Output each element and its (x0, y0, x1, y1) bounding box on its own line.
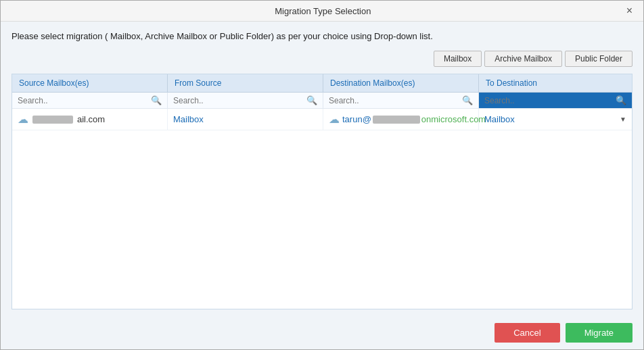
dialog-footer: Cancel Migrate (1, 316, 643, 349)
from-source-value: Mailbox (173, 114, 204, 124)
dialog-content: Please select migration ( Mailbox, Archi… (1, 22, 643, 316)
source-email-suffix: ail.com (77, 114, 105, 124)
search-row: 🔍 🔍 🔍 🔍 (12, 93, 632, 109)
dialog-title: Migration Type Selection (22, 6, 624, 16)
public-folder-type-button[interactable]: Public Folder (565, 51, 632, 67)
dest-email-blurred (373, 116, 420, 124)
migration-dialog: Migration Type Selection × Please select… (0, 0, 644, 350)
migrate-button[interactable]: Migrate (566, 323, 632, 343)
dest-email-prefix: tarun@ (342, 114, 371, 124)
destination-search-input[interactable] (329, 96, 459, 105)
to-destination-dropdown-icon[interactable]: ▼ (620, 116, 626, 123)
cloud-icon: ☁ (18, 113, 28, 126)
mailbox-table: Source Mailbox(es) From Source Destinati… (12, 74, 632, 309)
from-source-search-input[interactable] (173, 96, 304, 105)
destination-mailbox-header: Destination Mailbox(es) (323, 74, 479, 92)
archive-mailbox-type-button[interactable]: Archive Mailbox (484, 51, 562, 67)
to-destination-header: To Destination (479, 74, 632, 92)
source-search-input[interactable] (18, 96, 148, 105)
title-bar: Migration Type Selection × (1, 1, 643, 22)
table-row: ☁ ail.com Mailbox ☁ tarun@onmicrosoft.co… (12, 109, 632, 130)
from-source-cell: Mailbox (168, 109, 323, 130)
destination-search-icon: 🔍 (462, 95, 473, 105)
from-source-search-cell[interactable]: 🔍 (168, 93, 323, 108)
source-email-blurred (32, 116, 73, 124)
instruction-text: Please select migration ( Mailbox, Archi… (12, 31, 632, 41)
to-destination-search-input[interactable] (484, 96, 613, 105)
to-destination-value: Mailbox (484, 114, 515, 124)
close-button[interactable]: × (624, 5, 635, 17)
from-source-search-icon: 🔍 (306, 95, 317, 105)
from-source-header: From Source (168, 74, 323, 92)
cancel-button[interactable]: Cancel (495, 323, 559, 343)
to-destination-cell: Mailbox ▼ (479, 109, 632, 130)
dest-email-wrap: tarun@onmicrosoft.com (342, 114, 486, 124)
mailbox-type-button[interactable]: Mailbox (434, 51, 482, 67)
source-mailbox-cell: ☁ ail.com (12, 109, 168, 130)
dest-email-domain: onmicrosoft.com (421, 114, 486, 124)
to-destination-search-cell[interactable]: 🔍 (479, 93, 632, 108)
source-search-icon: 🔍 (151, 95, 162, 105)
source-search-cell[interactable]: 🔍 (12, 93, 168, 108)
destination-mailbox-cell: ☁ tarun@onmicrosoft.com (323, 109, 479, 130)
destination-search-cell[interactable]: 🔍 (323, 93, 479, 108)
table-header-row: Source Mailbox(es) From Source Destinati… (12, 74, 632, 93)
type-button-group: Mailbox Archive Mailbox Public Folder (12, 51, 632, 67)
to-destination-search-icon: 🔍 (616, 95, 626, 105)
source-mailbox-header: Source Mailbox(es) (12, 74, 168, 92)
dest-cloud-icon: ☁ (329, 113, 340, 126)
